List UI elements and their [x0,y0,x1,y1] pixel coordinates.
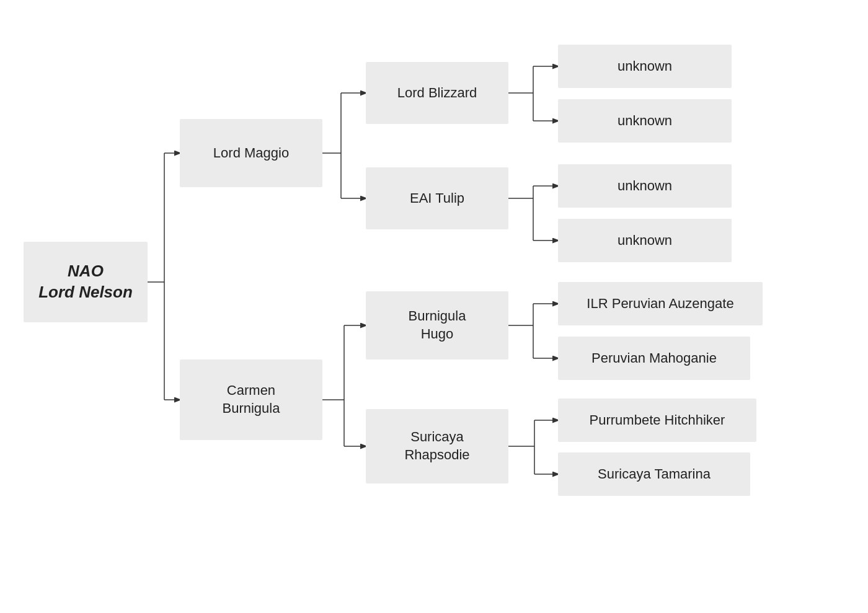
node-unknown3: unknown [558,164,732,208]
node-peruvian-mahoganie: Peruvian Mahoganie [558,337,750,380]
node-unknown4: unknown [558,219,732,262]
node-lord-maggio: Lord Maggio [180,119,322,187]
node-eai-tulip: EAI Tulip [366,167,508,229]
node-carmen-burnigula: Carmen Burnigula [180,359,322,440]
node-lord-blizzard: Lord Blizzard [366,62,508,124]
node-suricaya-tamarina: Suricaya Tamarina [558,452,750,496]
tree-container: NAO Lord Nelson Lord Maggio Carmen Burni… [0,0,868,613]
node-purrumbete: Purrumbete Hitchhiker [558,399,756,442]
node-suricaya-rhapsodie: Suricaya Rhapsodie [366,409,508,483]
node-unknown2: unknown [558,99,732,143]
node-root: NAO Lord Nelson [24,242,148,322]
node-burnigula-hugo: Burnigula Hugo [366,291,508,359]
node-ilr-peruvian: ILR Peruvian Auzengate [558,282,763,325]
node-unknown1: unknown [558,45,732,88]
